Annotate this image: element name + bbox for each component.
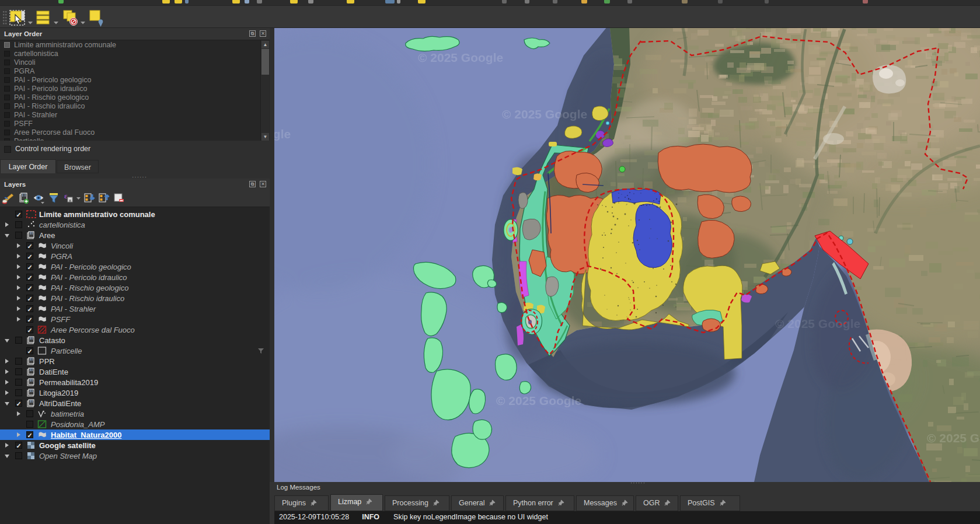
svg-text:© 2025 Google: © 2025 Google: [775, 317, 860, 330]
svg-text:© 2025 Google: © 2025 Google: [274, 127, 291, 141]
svg-text:© 2025 Google: © 2025 Google: [496, 394, 581, 407]
svg-text:© 2025 Google: © 2025 Google: [502, 107, 587, 121]
svg-text:ε: ε: [64, 191, 68, 200]
svg-text:© 2025 Goog: © 2025 Goog: [927, 431, 980, 445]
svg-text:© 2025 Google: © 2025 Google: [418, 51, 503, 64]
